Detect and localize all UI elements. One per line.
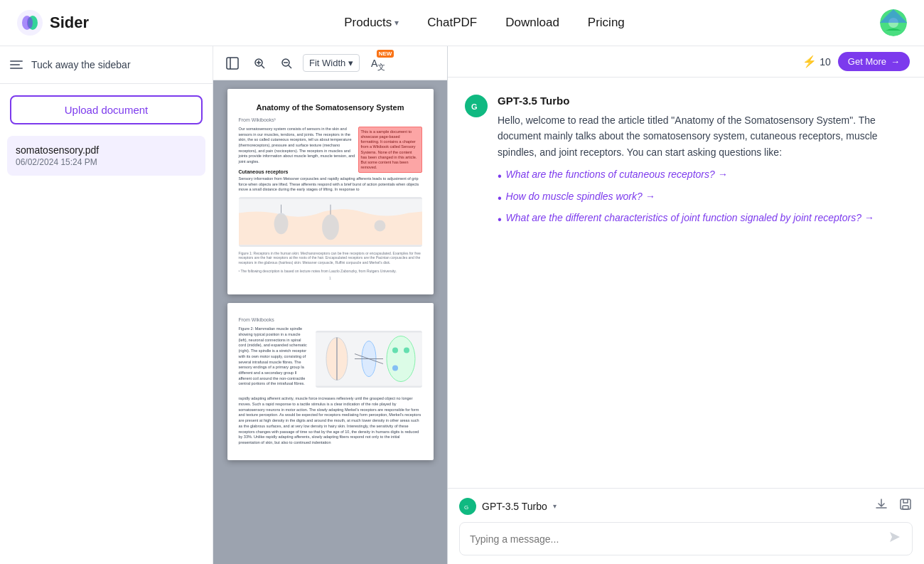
chat-message-content-0: GPT-3.5 Turbo Hello, welcome to read the… — [498, 95, 907, 233]
pdf-page-1: Anatomy of the Somatosensory System From… — [227, 89, 434, 294]
main-layout: Tuck away the sidebar Upload document so… — [0, 46, 924, 564]
svg-point-30 — [392, 348, 398, 353]
nav: Products ▾ ChatPDF Download Pricing — [344, 16, 625, 30]
suggestion-0[interactable]: • What are the functions of cutaneous re… — [498, 169, 907, 184]
pdf-figure2-caption: Figure 2: Mammalian muscle spindle showi… — [239, 326, 310, 387]
chat-message-text-0: Hello, welcome to read the article title… — [498, 112, 907, 160]
logo-icon — [17, 10, 43, 36]
svg-text:文: 文 — [377, 63, 385, 71]
gpt-avatar: G — [465, 95, 488, 117]
chat-footer-actions — [874, 497, 913, 515]
model-avatar-small: G — [459, 498, 476, 515]
pdf-content[interactable]: Anatomy of the Somatosensory System From… — [213, 80, 447, 564]
credits-count: 10 — [820, 56, 831, 68]
nav-chatpdf[interactable]: ChatPDF — [427, 16, 477, 30]
svg-line-9 — [262, 65, 264, 68]
chat-footer-top: G GPT-3.5 Turbo ▾ — [459, 497, 913, 515]
chat-message-0: G GPT-3.5 Turbo Hello, welcome to read t… — [465, 95, 907, 233]
pdf-footnote: ¹ The following description is based on … — [239, 269, 422, 273]
tuck-away-label: Tuck away the sidebar — [31, 59, 131, 70]
get-more-button[interactable]: Get More → — [838, 52, 910, 71]
save-action-button[interactable] — [898, 497, 913, 515]
new-badge: NEW — [377, 50, 394, 58]
upload-document-button[interactable]: Upload document — [10, 95, 203, 124]
chat-footer: G GPT-3.5 Turbo ▾ — [448, 488, 924, 564]
sidebar: Tuck away the sidebar Upload document so… — [0, 46, 213, 564]
send-button[interactable] — [888, 530, 902, 548]
nav-actions — [880, 9, 907, 36]
pdf-from-label: From Wikibooks¹ — [239, 117, 422, 122]
model-selector[interactable]: G GPT-3.5 Turbo ▾ — [459, 498, 557, 515]
svg-point-32 — [392, 366, 398, 371]
menu-icon — [10, 58, 24, 72]
nav-products[interactable]: Products ▾ — [344, 16, 399, 30]
svg-point-3 — [27, 17, 33, 28]
translate-button[interactable]: A 文 NEW — [365, 53, 391, 74]
toggle-panel-button[interactable] — [222, 53, 243, 74]
nav-pricing[interactable]: Pricing — [588, 16, 625, 30]
pdf-figure-1 — [239, 197, 422, 247]
pdf-page-1-num: 1 — [239, 276, 422, 280]
model-name-selector: GPT-3.5 Turbo — [482, 501, 547, 512]
user-avatar[interactable] — [880, 9, 907, 36]
pdf-figure-1-caption: Figure 1: Receptors in the human skin: M… — [239, 251, 422, 265]
svg-point-20 — [374, 220, 385, 231]
model-chevron-icon: ▾ — [553, 502, 557, 510]
chat-messages: G GPT-3.5 Turbo Hello, welcome to read t… — [448, 78, 924, 488]
nav-download[interactable]: Download — [505, 16, 559, 30]
logo-text: Sider — [50, 14, 89, 32]
svg-point-18 — [274, 213, 288, 234]
svg-text:G: G — [471, 102, 478, 111]
chat-input-row[interactable] — [459, 522, 913, 555]
svg-text:G: G — [464, 504, 468, 511]
file-date: 06/02/2024 15:24 PM — [16, 157, 197, 167]
svg-rect-6 — [227, 58, 238, 69]
fit-width-selector[interactable]: Fit Width ▾ — [303, 54, 360, 72]
svg-point-29 — [387, 336, 415, 382]
file-item[interactable]: somatosensory.pdf 06/02/2024 15:24 PM — [7, 136, 205, 176]
zoom-out-button[interactable] — [276, 53, 297, 74]
file-name: somatosensory.pdf — [16, 144, 197, 156]
chevron-down-icon: ▾ — [348, 58, 353, 68]
header: Sider Products ▾ ChatPDF Download Pricin… — [0, 0, 924, 46]
lightning-icon: ⚡ — [802, 55, 817, 68]
chevron-down-icon: ▾ — [394, 18, 399, 28]
pdf-from-label-2: From Wikibooks — [239, 317, 422, 322]
credits-badge: ⚡ 10 — [802, 55, 831, 68]
svg-rect-38 — [903, 506, 908, 509]
chat-input[interactable] — [470, 533, 881, 545]
chat-panel: ⚡ 10 Get More → G GPT-3.5 Turbo Hello, — [448, 46, 924, 564]
zoom-in-button[interactable] — [249, 53, 270, 74]
pdf-page-2: From Wikibooks Figure 2: Mammalian muscl… — [227, 303, 434, 459]
suggestion-2[interactable]: • What are the different characteristics… — [498, 212, 907, 228]
suggestion-1[interactable]: • How do muscle spindles work? → — [498, 191, 907, 206]
pdf-figure-2 — [316, 331, 422, 388]
pdf-highlight-box: This is a sample document to showcase pa… — [358, 127, 422, 173]
chat-suggestions: • What are the functions of cutaneous re… — [498, 169, 907, 228]
svg-line-13 — [289, 65, 291, 68]
download-action-button[interactable] — [874, 497, 888, 515]
pdf-page-1-body: This is a sample document to showcase pa… — [239, 127, 422, 165]
svg-point-31 — [404, 348, 409, 353]
pdf-page-1-title: Anatomy of the Somatosensory System — [239, 103, 422, 112]
pdf-toolbar: Fit Width ▾ A 文 NEW — [213, 46, 447, 80]
svg-point-19 — [322, 214, 339, 240]
pdf-viewer-area: Fit Width ▾ A 文 NEW Anatomy of the Somat… — [213, 46, 448, 564]
arrow-icon: → — [891, 56, 900, 67]
pdf-section1-text: Sensory information from Meissner corpus… — [239, 176, 422, 193]
logo[interactable]: Sider — [17, 10, 89, 36]
chat-sender-name: GPT-3.5 Turbo — [498, 95, 907, 107]
svg-rect-37 — [901, 499, 910, 509]
pdf-page-2-body: rapidly adapting afferent activity, musc… — [239, 396, 422, 445]
tuck-away-btn[interactable]: Tuck away the sidebar — [0, 46, 213, 84]
